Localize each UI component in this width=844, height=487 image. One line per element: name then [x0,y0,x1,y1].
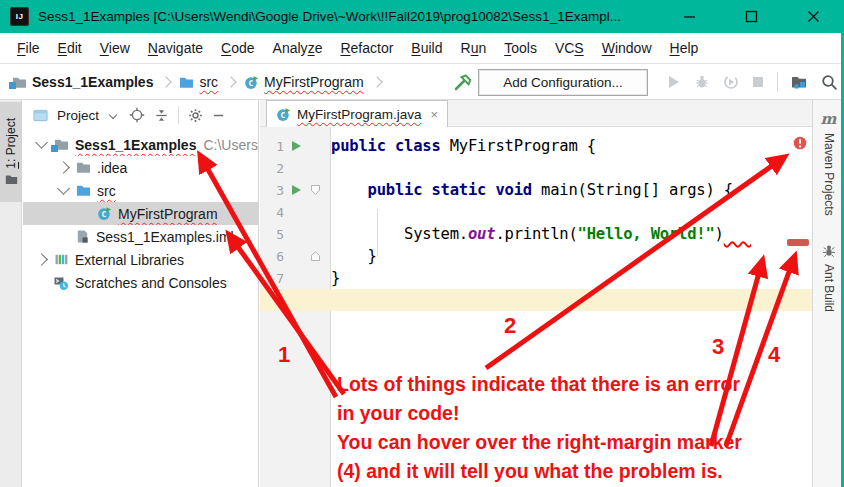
project-panel-title[interactable]: Project [57,108,99,123]
tool-folder-icon [5,173,18,186]
minimize-button[interactable] [658,0,720,33]
code-line-3[interactable]: 3 public static void main(String[] args)… [260,179,812,201]
close-icon [807,10,820,23]
code-line-5[interactable]: 5 System.out.println("Hello, World!") [260,223,812,245]
search-icon[interactable] [821,74,838,91]
window-title: Sess1_1Examples [C:\Users\Wendi\Google D… [38,9,621,24]
menu-run[interactable]: Run [452,40,496,56]
menu-vcs[interactable]: VCS [546,40,593,56]
scratches-icon [53,275,69,291]
callout-number-1: 1 [278,342,290,368]
hide-panel-icon[interactable] [212,109,225,122]
tree-item-external-libraries[interactable]: External Libraries [23,248,258,271]
missing-semicolon-squiggle [724,225,751,243]
menu-refactor[interactable]: Refactor [331,40,402,56]
settings-gear-icon[interactable] [188,108,203,123]
locate-icon[interactable] [129,107,145,123]
code-line-6[interactable]: 6 } [260,245,812,267]
debug-icon[interactable] [694,74,710,90]
close-button[interactable] [782,0,844,33]
chevron-down-icon[interactable] [57,182,70,195]
fold-close-icon[interactable] [308,250,323,262]
maximize-button[interactable] [720,0,782,33]
callout-number-3: 3 [712,334,724,360]
src-folder-icon [76,183,91,198]
tree-item-sess1-1examples-iml[interactable]: Sess1_1Examples.iml [23,225,258,248]
divider [178,106,179,124]
menu-edit[interactable]: Edit [49,40,91,56]
run-icon[interactable] [667,75,681,89]
error-stripe-mark[interactable] [787,239,809,246]
annotation-line: (4) and it will tell you what the proble… [337,457,742,486]
menu-code[interactable]: Code [212,40,263,56]
code-line-4[interactable]: 4 [260,201,812,223]
project-tree: Sess1_1ExamplesC:\Users\.ideasrcCMyFirst… [23,133,258,294]
tree-item-src[interactable]: src [23,179,258,202]
chevron-right-icon [225,76,236,87]
breadcrumb-label: Sess1_1Examples [32,74,153,90]
tree-item-label: .idea [97,160,127,176]
tool-button-ant-build[interactable]: Ant Build [813,216,844,312]
menu-view[interactable]: View [91,40,139,56]
project-panel-header: Project [23,100,258,130]
chevron-right-icon[interactable] [35,253,48,266]
menu-navigate[interactable]: Navigate [139,40,212,56]
menu-build[interactable]: Build [402,40,451,56]
annotation-message: Lots of things indicate that there is an… [337,370,742,486]
code-text: } [331,247,377,265]
breadcrumb-item-sess1_1examples[interactable]: Sess1_1Examples [12,74,153,90]
maximize-icon [745,10,758,23]
tree-item-path: C:\Users\ [203,137,258,153]
run-gutter-icon[interactable] [284,184,308,196]
tab-close-icon[interactable]: × [431,107,439,122]
add-configuration-button[interactable]: Add Configuration... [478,69,648,96]
left-tool-stripe: 1: Project [0,100,22,487]
tree-item--idea[interactable]: .idea [23,156,258,179]
code-lines: 1public class MyFirstProgram {23 public … [260,135,812,311]
run-gutter-icon[interactable] [284,140,308,152]
stop-icon[interactable] [752,76,764,88]
breadcrumb: Sess1_1ExamplessrcCMyFirstProgram [12,65,384,99]
fold-open-icon[interactable] [308,184,323,196]
tree-item-label: Sess1_1Examples [75,137,196,153]
chevron-right-icon[interactable] [57,161,70,174]
right-tool-stripe: mMaven ProjectsAnt Build [812,100,844,487]
menu-bar: FileEditViewNavigateCodeAnalyzeRefactorB… [0,33,844,64]
code-line-7[interactable]: 7} [260,267,812,289]
menu-file[interactable]: File [8,40,49,56]
chevron-down-icon [109,111,117,119]
class-icon: C [276,107,291,122]
chevron-right-icon [161,76,172,87]
code-line-8[interactable]: 8 [260,289,812,311]
code-line-1[interactable]: 1public class MyFirstProgram { [260,135,812,157]
tree-item-myfirstprogram[interactable]: CMyFirstProgram [23,202,258,225]
code-text: public class MyFirstProgram { [331,137,596,155]
tab-myfirstprogram-java[interactable]: C MyFirstProgram.java × [266,100,448,127]
annotation-line: You can hover over the right-margin mark… [337,428,742,457]
tree-item-label: src [97,183,116,199]
build-hammer-icon[interactable] [452,72,473,93]
svg-text:C: C [102,210,107,219]
project-structure-icon[interactable]: 6 16"> [791,74,808,90]
menu-tools[interactable]: Tools [495,40,546,56]
tree-item-sess1-1examples[interactable]: Sess1_1ExamplesC:\Users\ [23,133,258,156]
line-number: 3 [260,183,284,198]
tree-item-scratches-and-consoles[interactable]: Scratches and Consoles [23,271,258,294]
collapse-all-icon[interactable] [154,108,169,123]
menu-window[interactable]: Window [593,40,661,56]
menu-analyze[interactable]: Analyze [264,40,332,56]
callout-number-2: 2 [504,313,516,339]
chevron-down-icon[interactable] [35,136,48,149]
project-tool-button[interactable]: 1: Project [0,102,22,202]
line-number: 1 [260,139,284,154]
svg-text:C: C [249,78,254,87]
breadcrumb-item-src[interactable]: src [179,74,218,90]
menu-help[interactable]: Help [661,40,708,56]
breadcrumb-item-myfirstprogram[interactable]: CMyFirstProgram [244,74,364,90]
tool-button-maven-projects[interactable]: mMaven Projects [813,100,844,216]
run-with-coverage-icon[interactable] [723,74,739,90]
ant-icon [822,244,836,257]
tab-label: MyFirstProgram.java [297,107,422,122]
file-error-indicator-icon[interactable] [793,136,807,150]
code-line-2[interactable]: 2 [260,157,812,179]
